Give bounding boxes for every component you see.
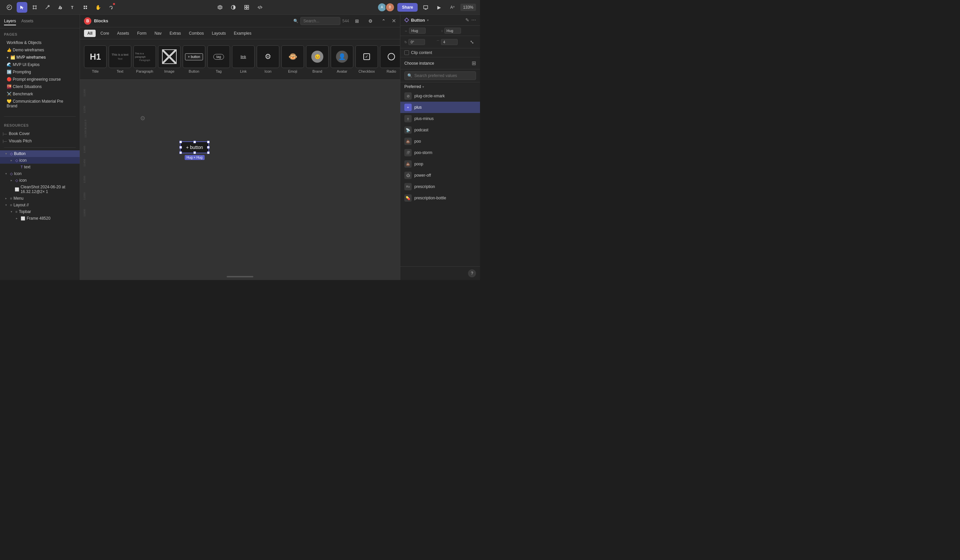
pen-tool[interactable] [42, 2, 53, 13]
handle-br[interactable] [207, 151, 210, 154]
tab-assets[interactable]: Assets [114, 30, 132, 37]
layer-text-child[interactable]: ▸ T text [0, 164, 80, 170]
redo-tool[interactable] [105, 2, 116, 13]
page-prompt-eng[interactable]: 🔴 Prompt engineering course [4, 76, 76, 83]
zoom-level[interactable]: 133% [460, 4, 476, 11]
block-emoji[interactable]: 🐵 Emoji [281, 45, 304, 73]
page-demo[interactable]: 👍 Demo wireframes [4, 46, 76, 54]
page-prompting[interactable]: ➡️ Prompting [4, 68, 76, 76]
instance-prescription-bottle[interactable]: 💊 prescription-bottle [400, 192, 480, 204]
aa-button[interactable]: Aᵃ [447, 2, 458, 13]
layer-topbar[interactable]: ▾ ≡ Topbar [0, 208, 80, 215]
layer-menu[interactable]: ▸ ≡ Menu [0, 195, 80, 202]
layer-icon[interactable]: ▾ ◇ Icon [0, 170, 80, 177]
handle-ml[interactable] [179, 146, 182, 149]
canvas-gear-icon[interactable]: ⚙ [140, 115, 146, 122]
handle-tr[interactable] [207, 141, 210, 143]
blocks-settings-btn[interactable]: ⚙ [365, 16, 376, 26]
instance-poo[interactable]: 💩 poo [400, 136, 480, 147]
block-brand[interactable]: 😊 Brand [306, 45, 329, 73]
hand-tool[interactable]: ✋ [93, 2, 103, 13]
instance-grid-btn[interactable]: ⊞ [472, 60, 476, 66]
instance-plus[interactable]: + plus [400, 102, 480, 113]
layer-layout[interactable]: ▾ ≡ Layout // [0, 202, 80, 208]
code-button[interactable] [254, 2, 265, 13]
handle-tl[interactable] [179, 141, 182, 143]
tab-extras[interactable]: Extras [166, 30, 184, 37]
instance-power-off[interactable]: ⏻ power-off [400, 170, 480, 181]
layer-frame48520[interactable]: ▸ ⬜ Frame 48520 [0, 215, 80, 222]
block-image[interactable]: Image [158, 45, 181, 73]
layer-icon-child[interactable]: ▸ ◇ icon [0, 157, 80, 164]
tab-combos[interactable]: Combos [186, 30, 207, 37]
tab-examples[interactable]: Examples [230, 30, 254, 37]
shapes-tool[interactable] [55, 2, 66, 13]
more-options-btn[interactable]: ⋯ [471, 18, 476, 23]
page-mvp[interactable]: ▾ 🗂️ MVP wireframes [4, 54, 76, 61]
block-link[interactable]: link Link [232, 45, 254, 73]
tab-layouts[interactable]: Layouts [208, 30, 229, 37]
blocks-close-btn[interactable]: ✕ [392, 18, 396, 24]
layer-icon-sub[interactable]: ▸ ◇ icon [0, 177, 80, 184]
plugins-button[interactable] [215, 2, 226, 13]
resource-visuals[interactable]: |— Visuals Pitch [0, 137, 80, 145]
page-comm[interactable]: 💛 Communication Material Pre Brand [4, 98, 76, 110]
canvas-scrollbar[interactable] [227, 276, 253, 277]
instance-poo-storm[interactable]: ⛈ poo-storm [400, 147, 480, 158]
present-button[interactable] [420, 2, 431, 13]
handle-tm[interactable] [194, 141, 196, 143]
edit-component-btn[interactable]: ✎ [466, 18, 469, 23]
tab-assets[interactable]: Assets [21, 18, 34, 25]
block-checkbox[interactable]: ✓ Checkbox [355, 45, 378, 73]
block-radio[interactable]: Radio [380, 45, 400, 73]
instance-plus-minus[interactable]: ± plus-minus [400, 113, 480, 124]
block-paragraph[interactable]: This is a paragraph Paragraph Paragraph [133, 45, 156, 73]
handle-mr[interactable] [207, 146, 210, 149]
resize-icon-btn[interactable]: ⤡ [468, 38, 476, 46]
preferred-chevron[interactable]: ▾ [422, 85, 424, 89]
page-client[interactable]: 🌇 Client Situations [4, 83, 76, 90]
tab-all[interactable]: All [84, 30, 96, 37]
tab-core[interactable]: Core [97, 30, 112, 37]
blocks-expand-btn[interactable]: ⌃ [378, 16, 389, 26]
frame-tool[interactable] [29, 2, 40, 13]
tab-layers[interactable]: Layers [4, 18, 16, 25]
page-mvp-ui[interactable]: 🌊 MVP UI Explos [4, 61, 76, 68]
block-tag[interactable]: tag Tag [207, 45, 230, 73]
block-avatar[interactable]: 👤 Avatar [331, 45, 354, 73]
component-chevron[interactable]: ▾ [427, 18, 429, 22]
blocks-search-input[interactable] [300, 17, 340, 25]
clip-checkbox[interactable] [404, 50, 409, 55]
handle-bl[interactable] [179, 151, 182, 154]
rotation-input[interactable] [408, 39, 425, 45]
tab-nav[interactable]: Nav [151, 30, 165, 37]
handle-bm[interactable] [194, 151, 196, 154]
tab-form[interactable]: Form [134, 30, 150, 37]
layer-button[interactable]: ▾ ◇ Button [0, 150, 80, 157]
block-button[interactable]: + button Button [183, 45, 205, 73]
page-benchmark[interactable]: ⚔️ Benchmark [4, 90, 76, 98]
instance-podcast[interactable]: 📡 podcast [400, 124, 480, 136]
search-preferred-input[interactable] [414, 73, 473, 78]
instance-prescription[interactable]: Rx prescription [400, 181, 480, 192]
corners-input[interactable] [441, 39, 458, 45]
components-tool[interactable] [80, 2, 91, 13]
view-button[interactable] [242, 2, 252, 13]
block-text[interactable]: This is a text Text Text [109, 45, 131, 73]
block-icon[interactable]: ⚙ Icon [257, 45, 279, 73]
layer-cleanshot[interactable]: ▸ ⬜ CleanShot 2024-06-20 at 16.32.12@2× … [0, 184, 80, 195]
instance-poop[interactable]: 💩 poop [400, 158, 480, 170]
share-button[interactable]: Share [397, 3, 418, 12]
menu-button[interactable] [4, 2, 14, 13]
width-input[interactable] [409, 28, 426, 34]
resource-book[interactable]: |— Book Cover [0, 130, 80, 137]
height-input[interactable] [444, 28, 461, 34]
button-on-canvas[interactable]: + button Hug × Hug [180, 141, 209, 153]
page-workflow[interactable]: Workflow & Objects [4, 39, 76, 46]
select-tool[interactable] [17, 2, 27, 13]
help-button[interactable]: ? [468, 269, 476, 277]
instance-plug-circle-xmark[interactable]: ⊘ plug-circle-xmark [400, 90, 480, 102]
blocks-grid-btn[interactable]: ⊞ [352, 16, 362, 26]
block-title[interactable]: H1 Title [84, 45, 107, 73]
text-tool[interactable]: T [67, 2, 78, 13]
